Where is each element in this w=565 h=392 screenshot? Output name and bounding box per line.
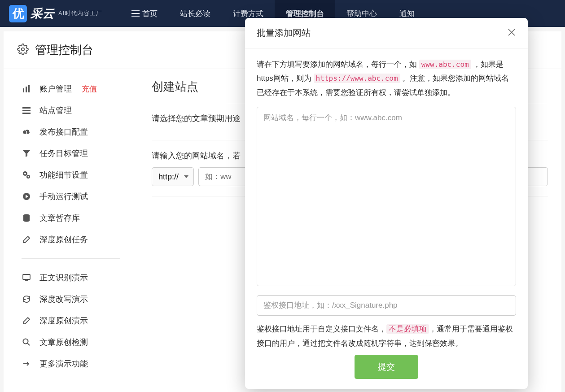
modal-title: 批量添加网站 bbox=[257, 27, 311, 39]
batch-add-modal: 批量添加网站 请在下方填写要添加的网站域名，每行一个，如 www.abc.com… bbox=[245, 18, 528, 389]
modal-footer: 提交 bbox=[245, 350, 528, 389]
submit-button[interactable]: 提交 bbox=[355, 355, 418, 379]
close-icon[interactable] bbox=[507, 28, 516, 39]
not-required-badge: 不是必填项 bbox=[386, 324, 429, 334]
modal-note: 鉴权接口地址用于自定义接口文件名，不是必填项，通常用于需要通用鉴权接口的用户，通… bbox=[257, 322, 516, 350]
domains-textarea[interactable] bbox=[257, 107, 516, 286]
modal-header: 批量添加网站 bbox=[245, 18, 528, 48]
example-code: https://www.abc.com bbox=[314, 74, 400, 83]
modal-backdrop: 批量添加网站 请在下方填写要添加的网站域名，每行一个，如 www.abc.com… bbox=[0, 0, 565, 392]
example-code: www.abc.com bbox=[419, 60, 471, 69]
modal-description: 请在下方填写要添加的网站域名，每行一个，如 www.abc.com ，如果是ht… bbox=[257, 57, 516, 100]
auth-url-input[interactable] bbox=[257, 295, 516, 316]
modal-body: 请在下方填写要添加的网站域名，每行一个，如 www.abc.com ，如果是ht… bbox=[245, 48, 528, 350]
